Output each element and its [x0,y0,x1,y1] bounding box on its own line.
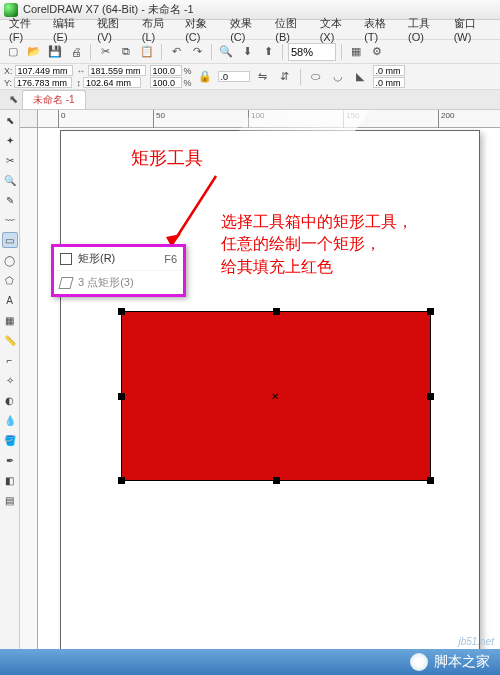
corner-scallop-icon[interactable]: ◡ [329,68,347,86]
menu-bitmap[interactable]: 位图(B) [270,16,314,43]
open-icon[interactable]: 📂 [25,43,43,61]
corner-tl-input[interactable]: .0 mm [373,65,405,76]
flyout-3point-rectangle[interactable]: 3 点矩形(3) [54,270,183,294]
ruler-tick: 0 [58,110,65,128]
corner-bl-input[interactable]: .0 mm [373,77,405,88]
export-icon[interactable]: ⬆ [259,43,277,61]
resize-handle[interactable] [427,477,434,484]
width-input[interactable]: 181.559 mm [88,65,146,76]
mesh-fill-icon[interactable]: ▤ [2,492,18,508]
text-tool-icon[interactable]: A [2,292,18,308]
ruler-horizontal: 0 50 100 150 200 [38,110,500,128]
corner-chamfer-icon[interactable]: ◣ [351,68,369,86]
resize-handle[interactable] [427,393,434,400]
menu-effects[interactable]: 效果(C) [225,16,270,43]
flyout-label: 3 点矩形(3) [78,275,134,290]
copy-icon[interactable]: ⧉ [117,43,135,61]
print-icon[interactable]: 🖨 [67,43,85,61]
paste-icon[interactable]: 📋 [138,43,156,61]
rectangle-icon [60,253,72,265]
standard-toolbar: ▢ 📂 💾 🖨 ✂ ⧉ 📋 ↶ ↷ 🔍 ⬇ ⬆ ▦ ⚙ [0,40,500,64]
ruler-tick: 200 [438,110,454,128]
resize-handle[interactable] [273,308,280,315]
redo-icon[interactable]: ↷ [188,43,206,61]
menu-text[interactable]: 文本(X) [315,16,359,43]
mirror-h-icon[interactable]: ⇋ [254,68,272,86]
footer-text: 脚本之家 [434,653,490,671]
menu-table[interactable]: 表格(T) [359,16,403,43]
outline-tool-icon[interactable]: ✒ [2,452,18,468]
import-icon[interactable]: ⬇ [238,43,256,61]
menu-object[interactable]: 对象(C) [180,16,225,43]
scale-y-input[interactable]: 100.0 [150,77,182,88]
document-tabbar: ⬉ 未命名 -1 [0,90,500,110]
x-label: X: [4,66,13,76]
rectangle-tool-icon[interactable]: ▭ [2,232,18,248]
annotation-line: 任意的绘制一个矩形， [221,233,413,255]
menu-edit[interactable]: 编辑(E) [48,16,92,43]
snap-icon[interactable]: ▦ [347,43,365,61]
flyout-rectangle[interactable]: 矩形(R) F6 [54,247,183,270]
menu-tools[interactable]: 工具(O) [403,16,449,43]
eyedropper-tool-icon[interactable]: 💧 [2,412,18,428]
effects-tool-icon[interactable]: ✧ [2,372,18,388]
rotation-input[interactable]: .0 [218,71,250,82]
resize-handle[interactable] [273,477,280,484]
three-point-rect-icon [58,277,73,289]
lock-ratio-icon[interactable]: 🔒 [196,68,214,86]
annotation-title: 矩形工具 [131,146,203,170]
fill-tool-icon[interactable]: 🪣 [2,432,18,448]
resize-handle[interactable] [118,308,125,315]
footer-logo-icon [410,653,428,671]
selected-rectangle[interactable]: ✕ [121,311,431,481]
flyout-shortcut: F6 [164,253,177,265]
freehand-tool-icon[interactable]: ✎ [2,192,18,208]
watermark-text: jb51.net [458,636,494,647]
scale-x-input[interactable]: 100.0 [150,65,182,76]
smart-fill-icon[interactable]: ◧ [2,472,18,488]
undo-icon[interactable]: ↶ [167,43,185,61]
corner-round-icon[interactable]: ⬭ [307,68,325,86]
resize-handle[interactable] [427,308,434,315]
search-icon[interactable]: 🔍 [217,43,235,61]
app-logo-icon [4,3,18,17]
separator [282,44,283,60]
window-title: CorelDRAW X7 (64-Bit) - 未命名 -1 [23,2,194,17]
save-icon[interactable]: 💾 [46,43,64,61]
resize-handle[interactable] [118,477,125,484]
x-input[interactable]: 107.449 mm [15,65,73,76]
connector-tool-icon[interactable]: ⌐ [2,352,18,368]
separator [341,44,342,60]
options-icon[interactable]: ⚙ [368,43,386,61]
document-tab[interactable]: 未命名 -1 [22,90,86,109]
mirror-v-icon[interactable]: ⇵ [276,68,294,86]
page[interactable]: 矩形工具 选择工具箱中的矩形工具， 任意的绘制一个矩形， 给其填充上红色 矩形(… [60,130,480,675]
canvas-area[interactable]: 0 50 100 150 200 矩形工具 选择工具箱中的矩形工具， 任意的绘制… [20,110,500,675]
cursor-icon: ⬉ [4,91,22,109]
ruler-vertical [20,128,38,675]
cut-icon[interactable]: ✂ [96,43,114,61]
crop-tool-icon[interactable]: ✂ [2,152,18,168]
resize-handle[interactable] [118,393,125,400]
menu-layout[interactable]: 布局(L) [137,16,180,43]
separator [90,44,91,60]
annotation-body: 选择工具箱中的矩形工具， 任意的绘制一个矩形， 给其填充上红色 [221,211,413,278]
menu-view[interactable]: 视图(V) [92,16,136,43]
separator [300,69,301,85]
polygon-tool-icon[interactable]: ⬠ [2,272,18,288]
ellipse-tool-icon[interactable]: ◯ [2,252,18,268]
zoom-select[interactable] [288,43,336,61]
height-input[interactable]: 102.64 mm [83,77,141,88]
y-label: Y: [4,78,12,88]
transparency-tool-icon[interactable]: ◐ [2,392,18,408]
pick-tool-icon[interactable]: ⬉ [2,112,18,128]
table-tool-icon[interactable]: ▦ [2,312,18,328]
menu-window[interactable]: 窗口(W) [449,16,496,43]
artistic-tool-icon[interactable]: 〰 [2,212,18,228]
menu-file[interactable]: 文件(F) [4,16,48,43]
dimension-tool-icon[interactable]: 📏 [2,332,18,348]
y-input[interactable]: 176.783 mm [14,77,72,88]
new-icon[interactable]: ▢ [4,43,22,61]
zoom-tool-icon[interactable]: 🔍 [2,172,18,188]
shape-tool-icon[interactable]: ✦ [2,132,18,148]
